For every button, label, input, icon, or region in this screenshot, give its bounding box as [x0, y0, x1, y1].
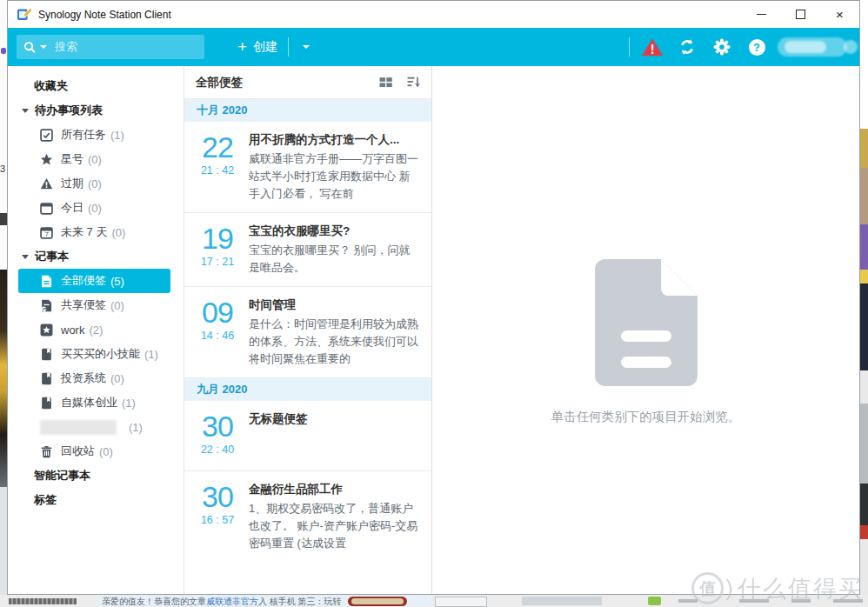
help-button[interactable]: ?	[739, 39, 774, 56]
maximize-icon	[796, 10, 805, 19]
maximize-button[interactable]	[781, 1, 820, 28]
sidebar-item-today[interactable]: 今日 (0)	[8, 196, 184, 220]
notifications-button[interactable]	[635, 37, 670, 57]
item-label: 自媒体创业	[61, 395, 117, 410]
note-date: 09 14 : 46	[190, 297, 245, 368]
empty-document-icon	[595, 259, 698, 386]
item-count: (0)	[88, 153, 102, 166]
background-fragment	[1, 48, 6, 54]
chevron-down-icon[interactable]	[22, 255, 29, 259]
background-photo-fragment	[0, 270, 7, 487]
item-count: (0)	[88, 177, 102, 190]
grid-view-icon[interactable]	[379, 76, 392, 89]
sidebar-header-smart-notebook[interactable]: 智能记事本	[8, 464, 184, 488]
item-count: (1)	[144, 348, 158, 361]
background-fragment	[522, 597, 602, 605]
note-row[interactable]: 19 17 : 21 宝宝的衣服哪里买? 宝宝的衣服哪里买？ 别问，问就是唯品会…	[184, 213, 431, 287]
sidebar-item-all-notes[interactable]: 全部便签 (5)	[18, 269, 170, 293]
item-label: 全部便签	[61, 273, 106, 289]
item-label: 所有任务	[61, 127, 106, 143]
item-label: 买买买的小技能	[61, 346, 140, 362]
sidebar-item-shopping-skills[interactable]: 买买买的小技能 (1)	[8, 342, 184, 366]
note-list-panel: 全部便签 十月 2020 22 21 : 42 用不折腾的方式打造一个人... …	[184, 66, 432, 594]
search-icon	[23, 41, 37, 54]
sidebar-section-notebooks[interactable]: 记事本	[8, 244, 184, 269]
close-button[interactable]: ×	[820, 1, 859, 28]
note-snippet: 1、期权交易密码改了，普通账户也改了。 账户-资产账户密码-交易密码重置 (达成…	[249, 500, 421, 552]
note-title: 无标题便签	[249, 411, 421, 427]
note-icon	[40, 275, 53, 288]
trash-icon	[40, 445, 53, 458]
notice-text: 入 核手机 第三：玩转	[258, 597, 342, 606]
sidebar-item-work[interactable]: work (2)	[8, 317, 184, 342]
background-fragment	[435, 597, 487, 607]
group-header-october: 十月 2020	[184, 99, 431, 122]
item-label: 星号	[61, 151, 83, 167]
item-label: work	[61, 324, 84, 337]
chevron-down-icon[interactable]	[22, 109, 29, 113]
search-scope-caret-icon[interactable]	[40, 45, 47, 49]
note-title: 宝宝的衣服哪里买?	[249, 223, 421, 239]
note-snippet: 威联通非官方手册——万字百图一站式半小时打造家用数据中心 新手入门必看， 写在前	[249, 150, 421, 203]
background-red-button	[348, 597, 407, 606]
note-title: 金融衍生品部工作	[249, 482, 421, 497]
item-count: (2)	[89, 324, 103, 337]
sidebar-item-investment-system[interactable]: 投资系统 (0)	[8, 366, 184, 390]
sidebar-item-next-7-days[interactable]: 7 未来 7 天 (0)	[8, 220, 184, 244]
search-input[interactable]: 搜索	[17, 35, 204, 59]
note-list-header: 全部便签	[184, 66, 431, 99]
preview-panel: 单击任何类别下的项目开始浏览。	[432, 66, 859, 594]
create-button[interactable]: + 创建	[237, 39, 277, 55]
note-date: 22 21 : 42	[190, 131, 245, 203]
sidebar-item-starred[interactable]: 星号 (0)	[8, 147, 184, 171]
sidebar-item-shared-notes[interactable]: 共享便签 (0)	[8, 293, 184, 317]
background-fragment	[648, 597, 661, 605]
sidebar-item-all-tasks[interactable]: 所有任务 (1)	[8, 123, 184, 147]
checkbox-icon	[40, 129, 53, 142]
note-snippet: 是什么：时间管理是利用较为成熟的体系、方法、系统来使我们可以将时间聚焦在重要的	[249, 316, 421, 368]
calendar-7-icon: 7	[40, 226, 53, 239]
background-bottom-strip: 亲爱的值友！恭喜您的文章威联通非官方入 核手机 第三：玩转	[0, 595, 868, 607]
section-label: 记事本	[35, 249, 69, 264]
sync-button[interactable]	[670, 38, 704, 56]
note-row[interactable]: 30 16 : 57 金融衍生品部工作 1、期权交易密码改了，普通账户也改了。 …	[184, 471, 431, 562]
account-name-redacted[interactable]	[778, 37, 847, 57]
star-icon	[40, 153, 53, 166]
minimize-button[interactable]	[742, 1, 781, 28]
help-icon: ?	[749, 39, 765, 56]
sidebar-item-redacted-notebook[interactable]: (1)	[8, 415, 184, 439]
warning-icon	[40, 177, 53, 190]
item-label: 投资系统	[61, 370, 106, 386]
item-count: (1)	[122, 397, 136, 410]
close-icon: ×	[836, 8, 844, 21]
shared-note-icon	[40, 299, 53, 312]
item-count: (5)	[110, 275, 124, 288]
note-row[interactable]: 09 14 : 46 时间管理 是什么：时间管理是利用较为成熟的体系、方法、系统…	[184, 287, 431, 378]
settings-button[interactable]	[704, 38, 739, 56]
sidebar-header-tags[interactable]: 标签	[8, 488, 184, 512]
background-fragment	[0, 213, 7, 225]
note-row[interactable]: 30 22 : 40 无标题便签	[184, 401, 431, 471]
item-label: 未来 7 天	[61, 224, 107, 240]
sidebar-section-todo[interactable]: 待办事项列表	[8, 98, 184, 123]
note-day: 22	[190, 131, 245, 163]
sidebar-item-self-media[interactable]: 自媒体创业 (1)	[8, 390, 184, 415]
item-label: 共享便签	[61, 297, 106, 313]
gear-icon	[713, 38, 731, 56]
search-placeholder: 搜索	[55, 39, 77, 55]
section-label: 待办事项列表	[35, 103, 103, 118]
plus-icon: +	[237, 39, 247, 55]
create-dropdown-caret-icon[interactable]	[303, 45, 310, 49]
sidebar-header-favorites[interactable]: 收藏夹	[8, 74, 184, 98]
sort-icon[interactable]	[407, 76, 420, 89]
background-fragment	[791, 599, 811, 603]
note-day: 30	[190, 410, 245, 442]
background-fragment	[678, 599, 698, 603]
background-left-sliver: 3	[0, 0, 7, 607]
warning-icon	[641, 37, 664, 57]
note-row[interactable]: 22 21 : 42 用不折腾的方式打造一个人... 威联通非官方手册——万字百…	[184, 122, 431, 213]
sidebar-item-overdue[interactable]: 过期 (0)	[8, 171, 184, 196]
item-label: 今日	[61, 200, 83, 216]
sidebar-item-trash[interactable]: 回收站 (0)	[8, 439, 184, 464]
background-fragment	[739, 599, 769, 603]
